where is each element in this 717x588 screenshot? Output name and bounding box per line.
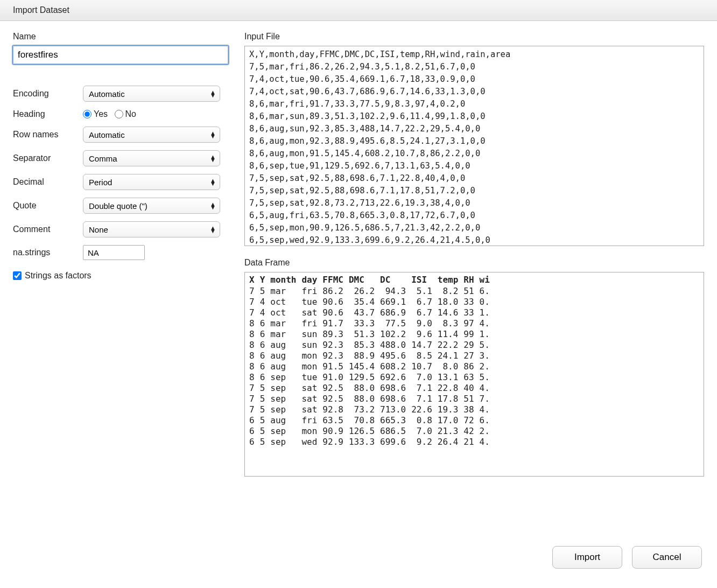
strings-as-factors-checkbox[interactable]	[13, 271, 22, 280]
table-header: X	[249, 275, 260, 286]
quote-select[interactable]: Double quote (")	[83, 198, 220, 214]
import-button[interactable]: Import	[552, 546, 622, 569]
table-header: day	[301, 275, 322, 286]
table-row: 74octsat90.643.7686.96.714.6331.	[249, 307, 495, 318]
heading-yes-radio[interactable]	[83, 110, 92, 118]
table-row: 75sepsat92.588.0698.67.122.8404.	[249, 383, 495, 394]
options-pane: Name Encoding Automatic ▲▼ Heading Yes N…	[13, 32, 234, 477]
table-row: 86augmon92.388.9495.68.524.1273.	[249, 351, 495, 361]
table-row: 75marfri86.226.294.35.18.2516.	[249, 286, 495, 297]
comment-label: Comment	[13, 225, 83, 234]
table-header: FFMC	[322, 275, 349, 286]
separator-select[interactable]: Comma	[83, 150, 220, 166]
input-file-label: Input File	[244, 32, 704, 41]
input-file-preview: X,Y,month,day,FFMC,DMC,DC,ISI,temp,RH,wi…	[244, 46, 704, 246]
table-row: 86marsun89.351.3102.29.611.4991.	[249, 329, 495, 340]
rownames-select[interactable]: Automatic	[83, 127, 220, 143]
name-input[interactable]	[13, 46, 228, 64]
separator-label: Separator	[13, 153, 83, 163]
table-row: 75sepsat92.873.2713.022.619.3384.	[249, 404, 495, 415]
table-header: DMC	[349, 275, 380, 286]
cancel-button[interactable]: Cancel	[632, 546, 702, 569]
nastrings-input[interactable]	[83, 245, 145, 260]
heading-yes-label: Yes	[94, 109, 108, 119]
heading-no-label: No	[125, 109, 136, 119]
table-row: 86augsun92.385.3488.014.722.2295.	[249, 340, 495, 351]
strings-as-factors-label: Strings as factors	[25, 271, 92, 281]
rownames-label: Row names	[13, 130, 83, 139]
table-row: 65sepmon90.9126.5686.57.021.3422.	[249, 426, 495, 437]
nastrings-label: na.strings	[13, 248, 83, 257]
preview-pane: Input File X,Y,month,day,FFMC,DMC,DC,ISI…	[244, 32, 704, 477]
table-header: RH	[463, 275, 479, 286]
table-row: 65augfri63.570.8665.30.817.0726.	[249, 415, 495, 426]
table-header: temp	[438, 275, 464, 286]
table-header: Y	[260, 275, 271, 286]
dialog-footer: Import Cancel	[552, 546, 702, 569]
window-title: Import Dataset	[0, 0, 717, 21]
encoding-label: Encoding	[13, 89, 83, 99]
table-row: 65sepwed92.9133.3699.69.226.4214.	[249, 437, 495, 447]
dataframe-label: Data Frame	[244, 258, 704, 268]
decimal-label: Decimal	[13, 177, 83, 187]
quote-label: Quote	[13, 201, 83, 211]
table-header: ISI	[411, 275, 438, 286]
table-row: 74octtue90.635.4669.16.718.0330.	[249, 297, 495, 307]
table-header: DC	[380, 275, 411, 286]
table-header: wi	[480, 275, 495, 286]
table-row: 86septue91.0129.5692.67.013.1635.	[249, 372, 495, 383]
heading-label: Heading	[13, 109, 83, 119]
dataframe-table: XYmonthdayFFMCDMCDCISItempRHwi75marfri86…	[249, 275, 495, 447]
table-header: month	[270, 275, 301, 286]
encoding-select[interactable]: Automatic	[83, 86, 220, 102]
decimal-select[interactable]: Period	[83, 174, 220, 190]
heading-no-radio[interactable]	[115, 110, 123, 118]
dataframe-preview: XYmonthdayFFMCDMCDCISItempRHwi75marfri86…	[244, 272, 704, 477]
table-row: 86augmon91.5145.4608.210.78.0862.	[249, 361, 495, 372]
table-row: 86marfri91.733.377.59.08.3974.	[249, 318, 495, 329]
name-label: Name	[13, 32, 234, 41]
comment-select[interactable]: None	[83, 221, 220, 237]
table-row: 75sepsat92.588.0698.67.117.8517.	[249, 394, 495, 404]
